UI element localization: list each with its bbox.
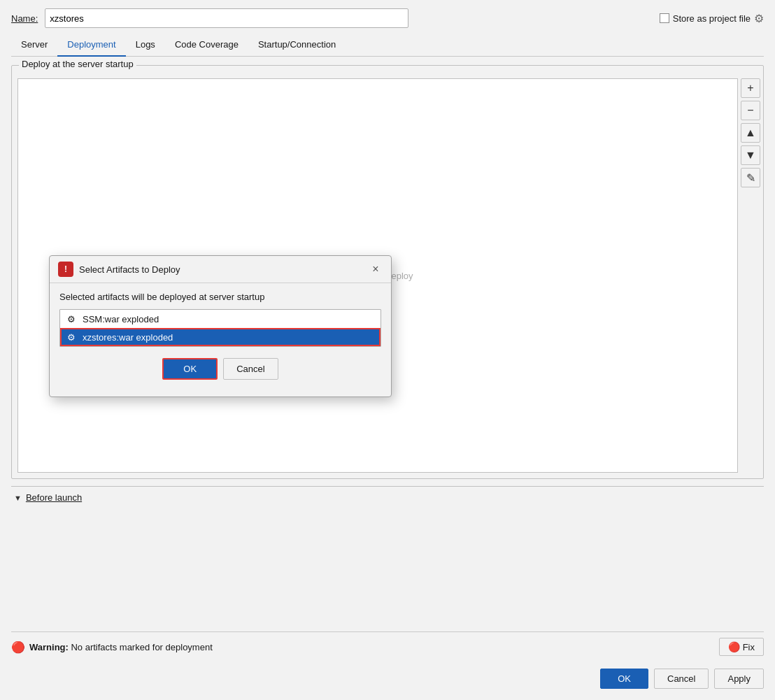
header-row: Name: Store as project file ⚙ [11, 8, 764, 28]
gear-icon[interactable]: ⚙ [754, 12, 764, 25]
modal-title: Select Artifacts to Deploy [79, 264, 363, 275]
modal-ok-button[interactable]: OK [162, 358, 218, 380]
modal-app-icon: ! [58, 262, 73, 277]
modal-close-button[interactable]: × [369, 262, 383, 276]
remove-artifact-button[interactable]: − [741, 101, 760, 120]
modal-description: Selected artifacts will be deployed at s… [59, 292, 381, 302]
warning-text: Warning: No artifacts marked for deploym… [29, 642, 715, 652]
warning-icon: 🔴 [11, 641, 25, 654]
before-launch-header[interactable]: ▼ Before launch [11, 487, 764, 508]
modal-footer: OK Cancel [59, 355, 381, 388]
artifact-list: ⚙ SSM:war exploded ⚙ xzstores:war explod… [59, 309, 381, 347]
tabs-row: Server Deployment Logs Code Coverage Sta… [11, 35, 764, 57]
ok-button[interactable]: OK [600, 669, 648, 689]
before-launch-section: ▼ Before launch [11, 486, 764, 508]
modal-icon-label: ! [64, 264, 67, 274]
artifact-icon-xzstores: ⚙ [66, 331, 77, 343]
tab-code-coverage[interactable]: Code Coverage [165, 35, 248, 57]
move-down-button[interactable]: ▼ [741, 145, 760, 165]
store-checkbox[interactable] [660, 13, 669, 23]
add-artifact-button[interactable]: + [741, 78, 760, 98]
tab-startup-connection[interactable]: Startup/Connection [248, 35, 346, 57]
before-launch-label: Before launch [26, 492, 82, 503]
deploy-buttons-col: + − ▲ ▼ ✎ [738, 73, 763, 478]
store-label: Store as project file [673, 13, 751, 24]
fix-label: Fix [743, 642, 755, 652]
move-up-button[interactable]: ▲ [741, 123, 760, 143]
modal-body: Selected artifacts will be deployed at s… [50, 283, 391, 397]
fix-icon: 🔴 [728, 641, 740, 652]
artifact-item-xzstores[interactable]: ⚙ xzstores:war exploded [60, 328, 381, 346]
tab-deployment[interactable]: Deployment [57, 35, 125, 57]
artifact-label-ssm: SSM:war exploded [83, 314, 159, 324]
store-project-area: Store as project file ⚙ [660, 12, 764, 25]
select-artifacts-dialog: ! Select Artifacts to Deploy × Selected … [49, 255, 392, 397]
warning-detail: No artifacts marked for deployment [69, 642, 213, 652]
apply-button[interactable]: Apply [714, 669, 764, 689]
modal-cancel-button[interactable]: Cancel [223, 358, 278, 380]
name-label: Name: [11, 13, 38, 24]
name-input[interactable] [45, 8, 408, 28]
collapse-arrow-icon: ▼ [14, 494, 22, 502]
edit-button[interactable]: ✎ [741, 168, 760, 187]
warning-bar: 🔴 Warning: No artifacts marked for deplo… [11, 631, 764, 662]
modal-titlebar: ! Select Artifacts to Deploy × [50, 256, 391, 283]
tab-server[interactable]: Server [11, 35, 57, 57]
tab-logs[interactable]: Logs [126, 35, 165, 57]
warning-bold: Warning: [29, 642, 69, 652]
artifact-icon-ssm: ⚙ [66, 313, 77, 324]
cancel-button[interactable]: Cancel [654, 669, 709, 689]
fix-button[interactable]: 🔴 Fix [719, 638, 764, 656]
artifact-label-xzstores: xzstores:war exploded [83, 332, 173, 343]
deploy-section-legend: Deploy at the server startup [19, 59, 136, 69]
artifact-item-ssm[interactable]: ⚙ SSM:war exploded [60, 310, 381, 328]
bottom-buttons: OK Cancel Apply [11, 662, 764, 692]
